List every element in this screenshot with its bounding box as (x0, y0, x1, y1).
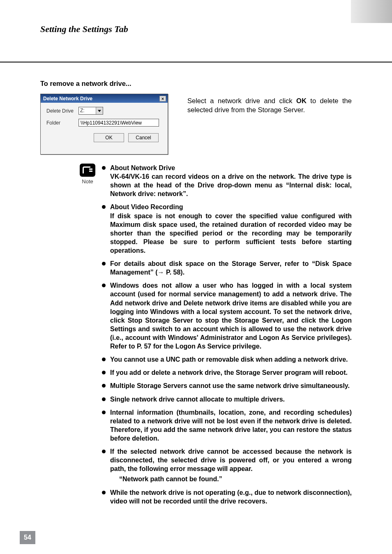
bullet-title: If you add or delete a network drive, th… (110, 369, 348, 376)
side-text-pre: Select a network drive and click (187, 97, 296, 104)
folder-input[interactable] (78, 119, 159, 127)
ok-button[interactable]: OK (94, 133, 124, 142)
page-root: Setting the Settings Tab To remove a net… (0, 0, 392, 554)
drive-select-value: Z: (79, 107, 96, 114)
side-paragraph: Select a network drive and click OK to d… (187, 96, 352, 115)
bullet-title: Windows does not allow a user who has lo… (110, 282, 352, 350)
page-number: 54 (20, 531, 35, 544)
bullet-title: About Network Drive (110, 164, 175, 171)
bullet-title: You cannot use a UNC path or removable d… (110, 356, 348, 363)
list-item: About Video Recording If disk space is n… (102, 203, 352, 255)
chevron-down-icon[interactable] (96, 107, 103, 114)
delete-drive-row: Delete Drive Z: (46, 107, 164, 115)
delete-network-drive-dialog: Delete Network Drive × Delete Drive Z: F… (40, 94, 168, 155)
list-item: Single network drive cannot allocate to … (102, 395, 352, 404)
note-label: Note (77, 178, 98, 185)
folder-label: Folder (46, 120, 78, 126)
bullet-title: While the network drive is not operating… (110, 489, 352, 505)
dialog-buttons: OK Cancel (46, 131, 164, 142)
drive-select[interactable]: Z: (78, 107, 103, 115)
header-rule (0, 62, 392, 62)
list-item: Internal information (thumbnails, locati… (102, 408, 352, 443)
bullet-quote: “Network path cannot be found.” (110, 475, 352, 483)
section-heading: To remove a network drive... (40, 80, 131, 88)
top-gradient (351, 0, 392, 23)
bullet-title: If the selected network drive cannot be … (110, 448, 352, 472)
notes-list: About Network Drive VK-64/VK-16 can reco… (102, 164, 352, 510)
list-item: If the selected network drive cannot be … (102, 447, 352, 483)
dialog-titlebar: Delete Network Drive × (41, 94, 168, 103)
list-item: About Network Drive VK-64/VK-16 can reco… (102, 164, 352, 198)
dialog-body: Delete Drive Z: Folder OK Cancel (41, 103, 168, 145)
bullet-title: Internal information (thumbnails, locati… (110, 409, 352, 442)
side-text-bold: OK (296, 97, 307, 104)
bullet-body: If disk space is not enough to cover the… (110, 212, 352, 255)
list-item: For details about disk space on the Stor… (102, 259, 352, 277)
list-item: If you add or delete a network drive, th… (102, 368, 352, 377)
bullet-title: Single network drive cannot allocate to … (110, 396, 285, 403)
bullet-title: Multiple Storage Servers cannot use the … (110, 382, 350, 389)
list-item: You cannot use a UNC path or removable d… (102, 355, 352, 364)
delete-drive-label: Delete Drive (46, 108, 78, 114)
dialog-title: Delete Network Drive (43, 96, 92, 102)
list-item: Windows does not allow a user who has lo… (102, 281, 352, 351)
note-block: Note (77, 164, 98, 185)
folder-row: Folder (46, 119, 164, 127)
bullet-title: For details about disk space on the Stor… (110, 260, 352, 276)
page-title: Setting the Settings Tab (40, 24, 128, 35)
cancel-button[interactable]: Cancel (128, 133, 159, 142)
list-item: While the network drive is not operating… (102, 488, 352, 506)
bullet-body: VK-64/VK-16 can record videos on a drive… (110, 172, 352, 198)
close-icon[interactable]: × (159, 96, 166, 102)
note-icon (80, 164, 95, 177)
bullet-title: About Video Recording (110, 203, 183, 210)
list-item: Multiple Storage Servers cannot use the … (102, 381, 352, 390)
